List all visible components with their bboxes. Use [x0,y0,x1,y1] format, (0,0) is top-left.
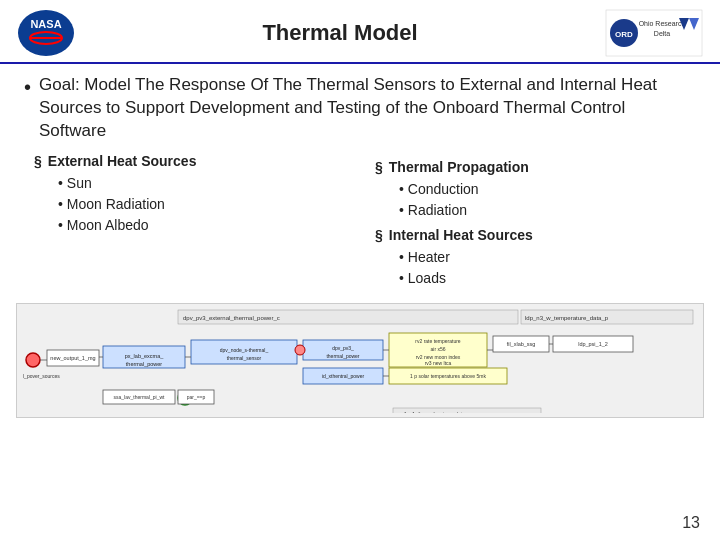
svg-rect-28 [389,333,487,367]
list-item: Conduction [399,179,696,200]
list-item: Moon Radiation [58,194,355,215]
thermal-propagation-section: § Thermal Propagation Conduction Radiati… [375,159,696,221]
svg-point-41 [178,391,192,405]
svg-text:px_lab_excma_: px_lab_excma_ [125,353,164,359]
svg-text:air x56: air x56 [430,346,445,352]
svg-text:NASA: NASA [30,18,61,30]
svg-text:ssa_lav_thermal_pi_wt: ssa_lav_thermal_pi_wt [114,394,165,400]
svg-text:rv2 rate temperature: rv2 rate temperature [415,338,461,344]
svg-point-56 [295,345,305,355]
thermal-propagation-list: Conduction Radiation [375,179,696,221]
svg-point-15 [26,353,40,367]
svg-text:thermal_power: thermal_power [326,353,359,359]
svg-rect-13 [521,310,693,324]
svg-rect-37 [303,368,383,384]
right-column: § Thermal Propagation Conduction Radiati… [375,153,696,289]
svg-rect-11 [178,310,518,324]
left-column: § External Heat Sources Sun Moon Radiati… [34,153,355,289]
goal-bullet: • [24,74,31,100]
svg-text:ldp_n3_w_temperature_data_p: ldp_n3_w_temperature_data_p [525,315,609,321]
svg-text:dpv_pv3_: dpv_pv3_ [332,345,354,351]
svg-text:ldp_psi_1_2: ldp_psi_1_2 [578,341,608,347]
svg-rect-17 [47,350,99,366]
svg-text:thermal_power: thermal_power [126,361,163,367]
goal-text: Goal: Model The Response Of The Thermal … [39,74,696,143]
svg-text:ORD: ORD [615,30,633,39]
svg-text:par_==p: par_==p [187,394,206,400]
list-item: Radiation [399,200,696,221]
svg-rect-42 [103,390,175,404]
svg-text:dpv_node_s-thermal_: dpv_node_s-thermal_ [220,347,269,353]
internal-heat-sources-heading: § Internal Heat Sources [375,227,696,243]
thermal-propagation-heading: § Thermal Propagation [375,159,696,175]
page-title: Thermal Model [76,20,604,46]
ihs-marker: § [375,227,383,243]
tp-marker: § [375,159,383,175]
tp-heading-text: Thermal Propagation [389,159,529,175]
svg-text:Ohio Research: Ohio Research [639,20,686,27]
external-heat-sources-heading: § External Heat Sources [34,153,355,169]
list-item: Moon Albedo [58,215,355,236]
svg-text:r_v1_p1_thermal_p_in_updater: r_v1_p1_thermal_p_in_updater [397,411,467,413]
svg-rect-35 [553,336,633,352]
svg-text:thermal_sensor: thermal_sensor [227,355,262,361]
lists-section: § External Heat Sources Sun Moon Radiati… [24,153,696,289]
svg-text:fil_xlab_ssg: fil_xlab_ssg [507,341,536,347]
svg-text:rv2 new moon index: rv2 new moon index [416,354,461,360]
goal-section: • Goal: Model The Response Of The Therma… [24,74,696,143]
internal-heat-sources-list: Heater Loads [375,247,696,289]
svg-rect-39 [389,368,507,384]
internal-heat-sources-section: § Internal Heat Sources Heater Loads [375,227,696,289]
svg-rect-33 [493,336,549,352]
left-heading-text: External Heat Sources [48,153,197,169]
svg-rect-44 [178,390,214,404]
list-item: Loads [399,268,696,289]
main-content: • Goal: Model The Response Of The Therma… [0,64,720,295]
left-heading-marker: § [34,153,42,169]
svg-text:dpv_pv3_external_thermal_power: dpv_pv3_external_thermal_power_c [183,315,280,321]
svg-rect-46 [393,408,541,413]
header: NASA Thermal Model ORD Ohio Research Del… [0,0,720,64]
diagram-svg: dpv_pv3_external_thermal_power_c ldp_n3_… [23,308,697,413]
svg-rect-19 [103,346,185,368]
simulink-diagram: dpv_pv3_external_thermal_power_c ldp_n3_… [16,303,704,418]
list-item: Heater [399,247,696,268]
svg-text:id_xthentral_power: id_xthentral_power [322,373,365,379]
nasa-logo: NASA [16,8,76,58]
svg-rect-22 [191,340,297,364]
svg-text:Delta: Delta [654,30,670,37]
diagram-inner: dpv_pv3_external_thermal_power_c ldp_n3_… [23,308,697,413]
svg-rect-25 [303,340,383,360]
page-number: 13 [682,514,700,532]
svg-text:1 p solar temperatures above 5: 1 p solar temperatures above 5mk [410,373,486,379]
svg-text:external_pover_sources: external_pover_sources [23,373,60,379]
external-heat-sources-list: Sun Moon Radiation Moon Albedo [34,173,355,236]
ihs-heading-text: Internal Heat Sources [389,227,533,243]
partner-logo: ORD Ohio Research Delta [604,8,704,58]
svg-text:rv3 new ltca: rv3 new ltca [425,360,452,366]
list-item: Sun [58,173,355,194]
svg-text:new_output_1_mg: new_output_1_mg [50,355,95,361]
